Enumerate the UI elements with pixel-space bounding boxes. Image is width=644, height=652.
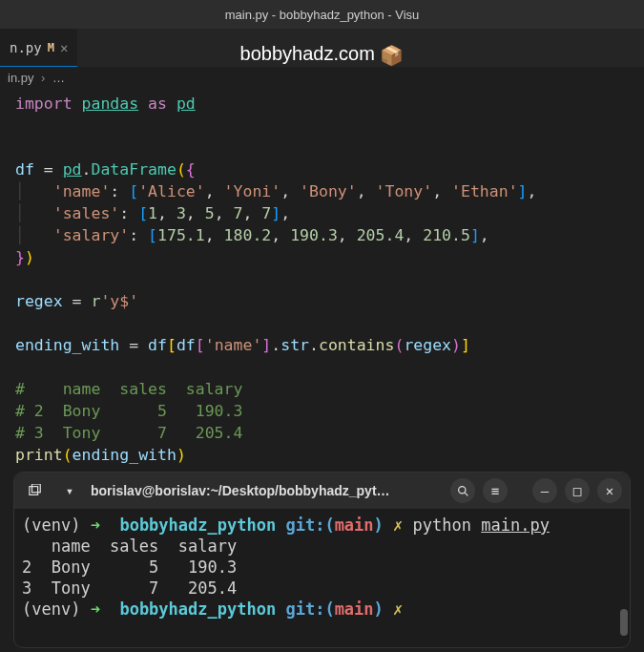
tab-close-icon[interactable]: ✕: [60, 40, 68, 55]
terminal-scrollbar[interactable]: [620, 609, 628, 636]
terminal-title: borislav@borislav:~/Desktop/bobbyhadz_py…: [91, 483, 443, 498]
terminal-dropdown-icon[interactable]: ▾: [56, 477, 83, 504]
terminal-menu-icon[interactable]: ≡: [483, 478, 508, 503]
tab-label: n.py: [10, 40, 42, 55]
terminal-panel: ▾ borislav@borislav:~/Desktop/bobbyhadz_…: [13, 472, 631, 648]
window-titlebar: main.py - bobbyhadz_python - Visu: [0, 0, 644, 29]
breadcrumb-file: in.py: [8, 71, 33, 85]
terminal-maximize-icon[interactable]: □: [565, 478, 590, 503]
svg-line-3: [465, 493, 467, 495]
tab-main-py[interactable]: n.py M ✕: [0, 29, 77, 67]
svg-rect-1: [32, 484, 41, 493]
window-title: main.py - bobbyhadz_python - Visu: [225, 8, 420, 22]
svg-point-2: [458, 486, 465, 493]
tab-bar: n.py M ✕: [0, 29, 644, 67]
breadcrumb[interactable]: in.py › …: [0, 67, 644, 89]
code-editor[interactable]: import pandas as pd df = pd.DataFrame({ …: [0, 89, 644, 470]
terminal-minimize-icon[interactable]: –: [532, 478, 557, 503]
svg-rect-0: [30, 487, 38, 495]
terminal-new-tab-icon[interactable]: [22, 477, 49, 504]
tab-modified-indicator: M: [48, 41, 54, 54]
terminal-close-icon[interactable]: ✕: [597, 478, 622, 503]
breadcrumb-separator: ›: [41, 71, 45, 85]
terminal-search-icon[interactable]: [450, 478, 475, 503]
breadcrumb-more: …: [52, 71, 65, 85]
terminal-output[interactable]: (venv) ➜ bobbyhadz_python git:(main) ✗ p…: [14, 509, 630, 625]
terminal-titlebar: ▾ borislav@borislav:~/Desktop/bobbyhadz_…: [14, 473, 630, 509]
